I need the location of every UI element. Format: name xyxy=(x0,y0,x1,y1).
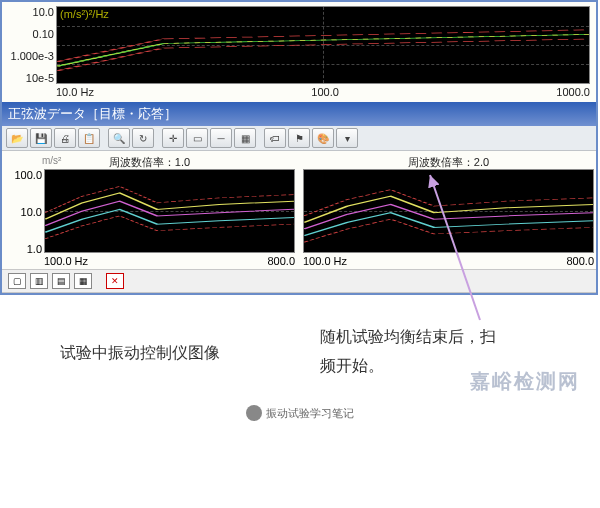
close-icon[interactable]: ✕ xyxy=(106,273,124,289)
psd-x-axis: 10.0 Hz 100.0 1000.0 xyxy=(56,84,590,100)
caption-right-line1: 随机试验均衡结束后，扫 xyxy=(320,328,496,345)
psd-chart: 10.0 0.10 1.000e-3 10e-5 (m/s²)²/Hz xyxy=(6,6,590,84)
sine2-x-axis: 100.0 Hz 800.0 xyxy=(303,253,594,267)
toolbar: 📂 💾 🖨 📋 🔍 ↻ ✛ ▭ ─ ▦ 🏷 ⚑ 🎨 ▾ xyxy=(2,126,596,151)
x-tick: 800.0 xyxy=(267,255,295,267)
sine1-canvas[interactable] xyxy=(44,169,295,253)
caption-left: 试验中振动控制仪图像 xyxy=(60,343,220,364)
watermark: 嘉峪检测网 xyxy=(470,368,580,395)
sine-chart-1x: 100.0 10.0 1.0 m/s² 周波数倍率：1.0 100.0 Hz 8… xyxy=(4,155,295,267)
caption-right-line2: 频开始。 xyxy=(320,357,384,374)
layout-grid-icon[interactable]: ▦ xyxy=(74,273,92,289)
sine2-lines xyxy=(304,170,593,252)
psd-y-axis: 10.0 0.10 1.000e-3 10e-5 xyxy=(6,6,54,84)
toolbar-marker-icon[interactable]: ▭ xyxy=(186,128,208,148)
toolbar-clipboard-icon[interactable]: 📋 xyxy=(78,128,100,148)
toolbar-print-icon[interactable]: 🖨 xyxy=(54,128,76,148)
toolbar-save-icon[interactable]: 💾 xyxy=(30,128,52,148)
layout-hsplit-icon[interactable]: ▥ xyxy=(30,273,48,289)
sine2-canvas[interactable] xyxy=(303,169,594,253)
y-tick: 100.0 xyxy=(4,169,42,181)
sine1-y-axis: 100.0 10.0 1.0 xyxy=(4,169,42,255)
sine1-x-axis: 100.0 Hz 800.0 xyxy=(44,253,295,267)
x-tick: 100.0 Hz xyxy=(303,255,347,267)
layout-vsplit-icon[interactable]: ▤ xyxy=(52,273,70,289)
footer-avatar-icon xyxy=(246,405,262,421)
sine2-title: 周波数倍率：2.0 xyxy=(303,155,594,169)
psd-unit-label: (m/s²)²/Hz xyxy=(60,8,109,20)
sine-charts-panel: 100.0 10.0 1.0 m/s² 周波数倍率：1.0 100.0 Hz 8… xyxy=(2,151,596,269)
toolbar-flag-icon[interactable]: ⚑ xyxy=(288,128,310,148)
psd-lines xyxy=(57,7,589,83)
y-tick: 10.0 xyxy=(6,6,54,18)
sine1-unit: m/s² xyxy=(42,155,61,166)
toolbar-zoom-icon[interactable]: 🔍 xyxy=(108,128,130,148)
window-title: 正弦波データ［目標・応答］ xyxy=(8,105,177,123)
y-tick: 10e-5 xyxy=(6,72,54,84)
toolbar-open-icon[interactable]: 📂 xyxy=(6,128,28,148)
toolbar-line-icon[interactable]: ─ xyxy=(210,128,232,148)
footer-tag: 振动试验学习笔记 xyxy=(246,405,354,421)
sine-chart-2x: 周波数倍率：2.0 100.0 Hz 800.0 xyxy=(303,155,594,267)
x-tick: 10.0 Hz xyxy=(56,86,94,98)
sine1-lines xyxy=(45,170,294,252)
annotation-area: 试验中振动控制仪图像 随机试验均衡结束后，扫 频开始。 嘉峪检测网 振动试验学习… xyxy=(0,295,600,425)
x-tick: 1000.0 xyxy=(556,86,590,98)
toolbar-refresh-icon[interactable]: ↻ xyxy=(132,128,154,148)
window-titlebar[interactable]: 正弦波データ［目標・応答］ xyxy=(2,102,596,126)
toolbar-grid-icon[interactable]: ▦ xyxy=(234,128,256,148)
app-window: 10.0 0.10 1.000e-3 10e-5 (m/s²)²/Hz xyxy=(0,0,598,295)
toolbar-label-icon[interactable]: 🏷 xyxy=(264,128,286,148)
bottom-toolbar: ▢ ▥ ▤ ▦ ✕ xyxy=(2,269,596,293)
toolbar-cursor-icon[interactable]: ✛ xyxy=(162,128,184,148)
psd-chart-panel: 10.0 0.10 1.000e-3 10e-5 (m/s²)²/Hz xyxy=(2,2,596,102)
x-tick: 800.0 xyxy=(566,255,594,267)
y-tick: 10.0 xyxy=(4,206,42,218)
y-tick: 1.000e-3 xyxy=(6,50,54,62)
toolbar-color-icon[interactable]: 🎨 xyxy=(312,128,334,148)
layout-single-icon[interactable]: ▢ xyxy=(8,273,26,289)
psd-canvas[interactable] xyxy=(56,6,590,84)
y-tick: 0.10 xyxy=(6,28,54,40)
footer-text: 振动试验学习笔记 xyxy=(266,406,354,421)
y-tick: 1.0 xyxy=(4,243,42,255)
x-tick: 100.0 Hz xyxy=(44,255,88,267)
toolbar-chevron-down-icon[interactable]: ▾ xyxy=(336,128,358,148)
x-tick: 100.0 xyxy=(311,86,339,98)
